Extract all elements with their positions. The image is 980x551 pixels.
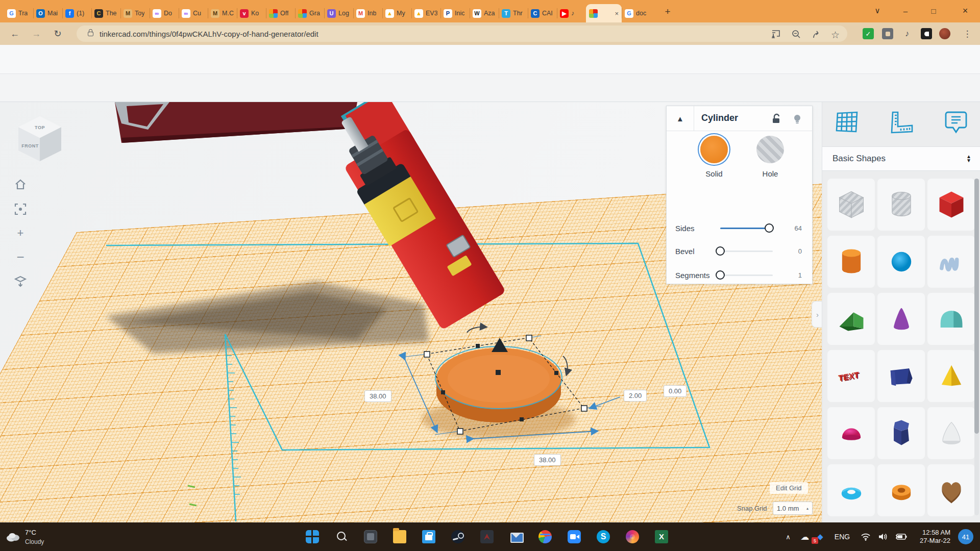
wifi-icon[interactable]	[857, 522, 874, 551]
shape-sphere[interactable]	[877, 236, 925, 288]
workplane-tool-icon[interactable]	[834, 109, 860, 136]
browser-tab[interactable]: f(1)	[62, 4, 91, 22]
profile-avatar[interactable]	[939, 28, 950, 39]
clock-widget[interactable]: 12:58 AM 27-Mar-22	[912, 522, 950, 551]
adblock-extension-icon[interactable]: ✓	[863, 28, 874, 39]
slider-knob[interactable]	[765, 223, 774, 233]
browser-tab[interactable]: GTra	[4, 4, 33, 22]
sides-slider[interactable]	[720, 228, 773, 229]
url-omnibox[interactable]: tinkercad.com/things/0f4pwCKALhV-copy-of…	[77, 26, 847, 42]
share-icon[interactable]	[812, 29, 822, 39]
edit-grid-button[interactable]: Edit Grid	[770, 482, 808, 494]
visibility-bulb-icon[interactable]	[791, 113, 803, 125]
inspector-collapse-button[interactable]: ▲	[667, 106, 694, 131]
browser-tab[interactable]: MInb	[353, 4, 382, 22]
language-indicator[interactable]: ENG	[832, 522, 852, 551]
notification-center[interactable]: 41	[955, 522, 976, 551]
taskbar-app-steam[interactable]	[451, 530, 464, 543]
shape-scribble[interactable]	[927, 236, 975, 288]
forward-button[interactable]: →	[30, 27, 43, 40]
dimension-elevation-field[interactable]: 0.00	[664, 385, 687, 397]
browser-tab[interactable]: CThe	[91, 4, 120, 22]
browser-tab[interactable]: MM.C	[208, 4, 237, 22]
3d-viewport[interactable]: FRONT TOP + − 38.00 38.00 2.00 0.00 Edit…	[0, 102, 980, 522]
taskbar-app-game[interactable]	[480, 530, 494, 543]
install-app-icon[interactable]	[771, 29, 781, 39]
ruler-tool-icon[interactable]	[888, 109, 914, 136]
shape-polygon[interactable]	[877, 407, 925, 459]
dimension-depth-field[interactable]: 38.00	[534, 454, 561, 466]
browser-tab[interactable]: ▲My	[382, 4, 411, 22]
browser-menu-icon[interactable]: ⋮	[962, 28, 973, 39]
reload-button[interactable]: ↻	[51, 27, 64, 40]
taskbar-app-zoom[interactable]	[568, 530, 581, 543]
fit-view-button[interactable]	[13, 202, 28, 216]
browser-tab[interactable]: ULog	[324, 4, 353, 22]
zoom-out-page-icon[interactable]	[791, 29, 801, 39]
zoom-in-button[interactable]: +	[13, 226, 28, 240]
taskbar-app-chrome[interactable]	[538, 530, 552, 543]
browser-tab[interactable]: ∞Do	[150, 4, 179, 22]
shape-torus[interactable]	[827, 464, 875, 516]
browser-tab[interactable]: TThr	[499, 4, 528, 22]
window-minimize-button[interactable]: –	[894, 0, 917, 21]
browser-tab[interactable]: WAza	[470, 4, 499, 22]
view-cube[interactable]: FRONT TOP	[18, 116, 61, 161]
shape-heart[interactable]	[927, 464, 975, 516]
hole-option[interactable]: Hole	[742, 136, 798, 178]
shapes-scrollbar[interactable]	[974, 179, 979, 515]
solid-swatch[interactable]	[700, 136, 728, 163]
weather-widget[interactable]: 7°CCloudy	[5, 522, 44, 551]
solid-option[interactable]: Solid	[686, 136, 742, 178]
back-button[interactable]: ←	[8, 27, 21, 40]
shape-pyramid[interactable]	[927, 350, 975, 402]
taskbar-app-task-view[interactable]	[364, 530, 377, 543]
zoom-out-button[interactable]: −	[13, 250, 28, 264]
hole-swatch[interactable]	[756, 136, 784, 163]
taskbar-app-ms-store[interactable]	[422, 530, 435, 543]
segments-slider[interactable]	[720, 274, 773, 276]
taskbar-app-skype[interactable]	[597, 530, 610, 543]
dropbox-icon[interactable]: ◆5	[814, 522, 827, 551]
browser-tab-active[interactable]: ×	[586, 4, 622, 22]
shape-wedge[interactable]	[877, 350, 925, 402]
browser-tab[interactable]: ∞Cu	[179, 4, 208, 22]
window-menu-button[interactable]: ∨	[866, 0, 889, 21]
collapse-panel-chevron[interactable]: ›	[812, 301, 823, 328]
taskbar-app-file-explorer[interactable]	[393, 530, 406, 543]
browser-tab[interactable]: Off	[266, 4, 295, 22]
taskbar-app-search[interactable]	[335, 530, 348, 543]
tab-close-icon[interactable]: ×	[615, 10, 619, 17]
onedrive-icon[interactable]: ☁	[797, 522, 813, 551]
shape-cone[interactable]	[877, 293, 925, 345]
browser-tab[interactable]: Gdoc	[622, 4, 651, 22]
shape-text[interactable]: TEXTTEXT	[827, 350, 875, 402]
shape-box-hole[interactable]	[827, 179, 875, 231]
window-maximize-button[interactable]: □	[922, 0, 945, 21]
window-close-button[interactable]: ×	[953, 0, 977, 21]
browser-tab[interactable]: Gra	[295, 4, 324, 22]
taskbar-app-start[interactable]	[306, 530, 319, 543]
dimension-width-field[interactable]: 38.00	[364, 390, 391, 402]
notes-tool-icon[interactable]	[943, 109, 969, 136]
snap-grid-select[interactable]: 1.0 mm ▴	[773, 502, 813, 515]
shape-category-select[interactable]: Basic Shapes ▲▼	[822, 146, 980, 171]
volume-icon[interactable]	[875, 522, 891, 551]
shape-paraboloid[interactable]	[927, 407, 975, 459]
tray-chevron[interactable]: ∧	[782, 522, 794, 551]
taskbar-app-excel[interactable]	[655, 530, 668, 543]
browser-tab[interactable]: CCAI	[528, 4, 557, 22]
battery-icon[interactable]	[892, 522, 910, 551]
lock-icon[interactable]	[88, 32, 93, 36]
bookmark-star-icon[interactable]: ☆	[831, 29, 841, 39]
home-view-button[interactable]	[13, 178, 28, 192]
browser-tab[interactable]: ▲EV3	[411, 4, 440, 22]
taskbar-app-browser[interactable]	[626, 530, 639, 543]
browser-tab[interactable]: PInic	[440, 4, 470, 22]
browser-tab[interactable]: ▶♪	[557, 4, 586, 22]
shape-round-roof[interactable]	[927, 293, 975, 345]
shape-cylinder[interactable]	[827, 236, 875, 288]
slider-knob[interactable]	[716, 270, 725, 280]
new-tab-button[interactable]: +	[660, 6, 675, 20]
browser-tab[interactable]: vKo	[237, 4, 266, 22]
